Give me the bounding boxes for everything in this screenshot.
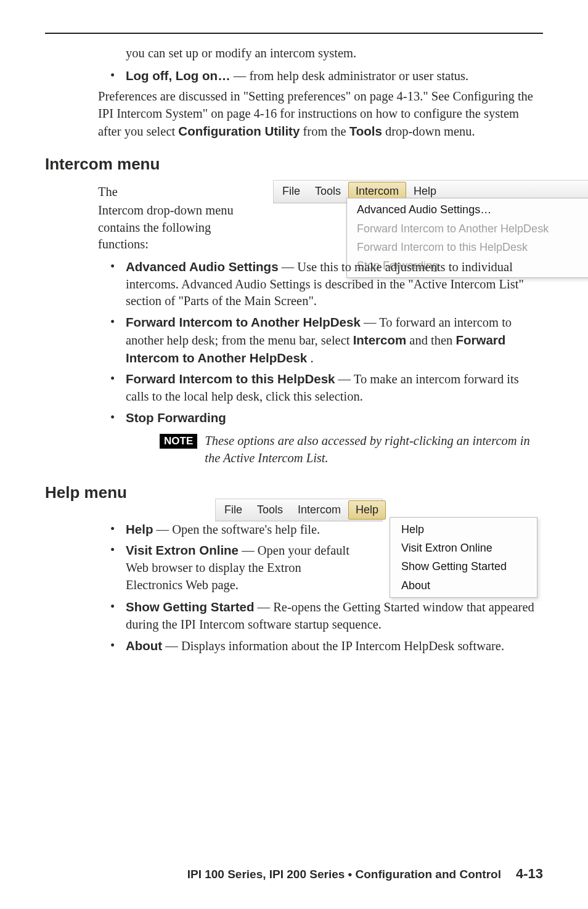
note-badge: NOTE (160, 434, 197, 449)
bullet-about: About — Displays information about the I… (110, 637, 543, 655)
help-dd-about[interactable]: About (390, 576, 537, 595)
menu-tools[interactable]: Tools (308, 182, 348, 201)
help-menu-intercom[interactable]: Intercom (290, 500, 348, 520)
help-menu-tools[interactable]: Tools (250, 500, 290, 520)
fwd-another-menu: Intercom (353, 333, 407, 347)
bullet-help: Help — Open the software's help file. (110, 521, 354, 539)
bullet-fwd-this: Forward Intercom to this HelpDesk — To m… (110, 370, 543, 405)
fwd-another-period: . (310, 351, 313, 365)
help-wrap: File Tools Intercom Help Help Visit Extr… (98, 512, 543, 655)
bullet-logoff: Log off, Log on… — from help desk admini… (110, 67, 543, 85)
adv-label: Advanced Audio Settings (126, 259, 279, 274)
help-bullets-bottom: Show Getting Started — Re-opens the Gett… (110, 598, 543, 654)
cont-text: you can set up or modify an intercom sys… (126, 46, 356, 60)
footer: IPI 100 Series, IPI 200 Series • Configu… (45, 865, 543, 883)
note-text: These options are also accessed by right… (205, 433, 543, 467)
config-utility-label: Configuration Utility (178, 124, 300, 138)
dd-fwd-this: Forward Intercom to this HelpDesk (347, 238, 588, 256)
text-rest: Intercom drop-down menu contains the fol… (98, 203, 234, 251)
tools-word: Tools (349, 124, 382, 138)
dd-advanced-audio[interactable]: Advanced Audio Settings… (347, 200, 588, 219)
and-then: and then (409, 333, 455, 347)
prefs-paragraph: Preferences are discussed in "Setting pr… (98, 88, 543, 140)
bullet-show: Show Getting Started — Re-opens the Gett… (110, 598, 543, 633)
about-rest: — Displays information about the IP Inte… (165, 639, 504, 653)
help-menubar-shot: File Tools Intercom Help (215, 499, 383, 521)
visit-label: Visit Extron Online (126, 543, 239, 557)
bullet-visit: Visit Extron Online — Open your default … (110, 542, 354, 593)
stop-label: Stop Forwarding (126, 410, 226, 425)
dd-fwd-another: Forward Intercom to Another HelpDesk (347, 219, 588, 238)
help-menu-file[interactable]: File (217, 500, 250, 520)
page-number: 4-13 (516, 865, 543, 883)
from-the: from the (303, 124, 349, 138)
show-label: Show Getting Started (126, 600, 254, 614)
help-menubar: File Tools Intercom Help (215, 499, 383, 521)
fwd-another-label: Forward Intercom to Another HelpDesk (126, 315, 361, 329)
help-label: Help (126, 522, 153, 536)
intercom-wrap: File Tools Intercom Help Advanced Audio … (98, 184, 543, 467)
logoff-rest: — from help desk administrator or user s… (234, 69, 468, 83)
footer-title: IPI 100 Series, IPI 200 Series • Configu… (187, 866, 501, 883)
continuation-line: you can set up or modify an intercom sys… (126, 45, 543, 62)
page: you can set up or modify an intercom sys… (0, 0, 588, 909)
bullet-stop-forwarding: Stop Forwarding (110, 409, 543, 427)
about-label: About (126, 638, 162, 653)
help-bullets-top: Help — Open the software's help file. Vi… (110, 512, 354, 594)
intercom-bullets: Advanced Audio Settings — Use this to ma… (110, 258, 543, 426)
intercom-screenshot: File Tools Intercom Help Advanced Audio … (273, 180, 588, 203)
logoff-label: Log off, Log on… (126, 68, 231, 83)
bullet-advanced-audio: Advanced Audio Settings — Use this to ma… (110, 258, 543, 310)
intercom-intro-text: The Intercom drop-down menu contains the… (98, 184, 283, 253)
help-menu-help[interactable]: Help (348, 500, 386, 520)
help-dd-help[interactable]: Help (390, 520, 537, 539)
help-dd-show[interactable]: Show Getting Started (390, 557, 537, 576)
help-dropdown: Help Visit Extron Online Show Getting St… (390, 517, 537, 598)
fwd-this-label: Forward Intercom to this HelpDesk (126, 372, 335, 386)
intercom-heading: Intercom menu (45, 153, 543, 175)
text-the: The (98, 185, 118, 198)
note-box: NOTE These options are also accessed by … (160, 433, 543, 467)
top-rule (45, 33, 543, 34)
bullet-fwd-another: Forward Intercom to Another HelpDesk — T… (110, 314, 543, 367)
top-bullet-list: Log off, Log on… — from help desk admini… (110, 67, 543, 85)
help-rest: — Open the software's help file. (157, 523, 321, 536)
help-dd-visit[interactable]: Visit Extron Online (390, 539, 537, 557)
dd-suffix: drop-down menu. (385, 124, 475, 138)
